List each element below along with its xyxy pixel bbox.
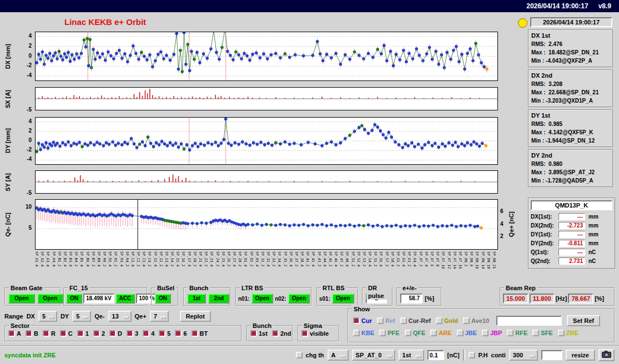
bunch-checkbox-2nd[interactable]	[272, 330, 279, 337]
sector-frame: Sector ABRC12D3456BT	[4, 325, 242, 342]
sector-item-3: 3	[127, 330, 138, 337]
sector-checkbox-5[interactable]	[159, 330, 165, 337]
qmd-row-value: ---	[558, 213, 585, 220]
sector-label-r: R	[51, 330, 56, 337]
show-checkbox-rfe[interactable]	[507, 330, 514, 336]
sector-item-bt: BT	[192, 330, 208, 337]
show-checkbox-jbe[interactable]	[457, 330, 464, 336]
x-axis-label: SP_D3_4	[255, 251, 259, 266]
epe-frame-label: e+/e-	[401, 284, 418, 292]
bunch-1st-button[interactable]: 1st	[187, 294, 206, 304]
x-axis-label: SP_DN_18	[486, 251, 491, 269]
set-ref-input[interactable]	[496, 316, 562, 326]
range-dropdown-qe[interactable]: 13	[108, 311, 132, 322]
show-checkbox-cur[interactable]	[353, 317, 360, 324]
ltr-bs-n02-button[interactable]: Open	[288, 294, 310, 304]
show-checkbox-kbe[interactable]	[353, 330, 360, 336]
show-item-gold: Gold	[436, 317, 458, 324]
stat-box-dy-2nd: DY 2ndRMS: 0.980Max : 3.895@SP_AT_J2Min …	[528, 149, 613, 187]
sector-checkbox-r[interactable]	[43, 330, 49, 337]
beam-gate-open-button-1[interactable]: Open	[8, 294, 35, 304]
x-axis-label: SP_46_4	[334, 251, 338, 266]
monitor-select-dropdown[interactable]: SP_AT_0	[352, 350, 395, 361]
show-label-kbe: KBE	[361, 330, 374, 336]
show-checkbox-ave10[interactable]	[463, 317, 470, 324]
ltr-bs-n01-button[interactable]: Open	[251, 294, 274, 304]
threshold-input[interactable]	[427, 350, 444, 360]
sector-checkbox-a[interactable]	[8, 330, 15, 337]
qmd-row: Q(2nd):2.731nC	[531, 257, 612, 265]
resize-button[interactable]: resize	[566, 350, 595, 361]
qe-right-tick-label: 4	[500, 221, 509, 227]
x-axis-label: SP_AT_10	[441, 251, 445, 269]
bunch2-frame: Bunch 1st2nd	[246, 325, 293, 342]
x-axis-label: SP_42_4	[311, 251, 315, 266]
sector-checkbox-6[interactable]	[175, 330, 182, 337]
show-checkbox-jbp[interactable]	[482, 330, 489, 336]
sector-select-dropdown[interactable]: A	[328, 350, 349, 361]
bunch-frame: Bunch 1st2nd	[183, 287, 231, 306]
sector-checkbox-4[interactable]	[143, 330, 149, 337]
titlebar-datetime: 2026/04/14 19:00:17	[526, 2, 588, 10]
sigma-checkbox-visible[interactable]	[301, 330, 308, 337]
show-checkbox-sfe[interactable]	[532, 330, 539, 336]
show-item-jbp: JBP	[482, 330, 502, 336]
show-item-cur: Cur	[353, 317, 372, 324]
epe-frame: e+/e- 58.7 [%]	[396, 287, 442, 306]
sector-checkbox-3[interactable]	[127, 330, 133, 337]
show-label-ave10: Ave10	[471, 317, 489, 324]
separator	[463, 350, 465, 361]
show-label-sfe: SFE	[541, 330, 552, 336]
bunch-checkbox-1st[interactable]	[250, 330, 257, 337]
ph-checkbox[interactable]	[469, 352, 475, 358]
blank-input[interactable]	[541, 350, 562, 360]
x-axis-label: SP_B8_4	[97, 251, 101, 266]
sector-checkbox-bt[interactable]	[192, 330, 198, 337]
dy-tick-label: 4	[17, 118, 32, 124]
sector-item-d: D	[109, 330, 122, 337]
bunch-select-dropdown[interactable]: 1st	[399, 350, 424, 361]
range-dropdown-dy[interactable]: 5	[72, 311, 91, 322]
show-checkbox-ref[interactable]	[377, 317, 384, 324]
x-axis-label: SP_53_2	[362, 251, 366, 266]
show-checkbox-cur-ref[interactable]	[400, 317, 407, 324]
rtl-bs-s01-button[interactable]: Open	[332, 294, 354, 304]
conti-label[interactable]: conti	[491, 352, 506, 358]
show-checkbox-qfe[interactable]	[405, 330, 411, 336]
beam-rep-pct-label: [%]	[595, 295, 604, 302]
x-axis-label: SP_A3_4	[46, 251, 50, 266]
sigma-frame: Sigma visible	[298, 325, 340, 342]
interval-dropdown[interactable]: 300	[509, 350, 538, 361]
range-dropdown-qe[interactable]: 7	[150, 311, 169, 322]
x-axis-label: SP_38_4	[300, 251, 304, 266]
qmd-rows: DX(1st):---mmDX(2nd):-2.723mmDY(1st):---…	[531, 213, 612, 265]
sector-checkbox-2[interactable]	[93, 330, 100, 337]
fc15-on-button[interactable]: ON	[66, 294, 82, 304]
sector-checkbox-c[interactable]	[60, 330, 67, 337]
beam-gate-open-button-2[interactable]: Open	[37, 294, 64, 304]
replot-button[interactable]: Replot	[180, 311, 211, 322]
qmd-row-label: Q(2nd):	[531, 258, 558, 264]
set-ref-button[interactable]: Set Ref	[567, 315, 600, 326]
bunch-2nd-button[interactable]: 2nd	[208, 294, 229, 304]
show-checkbox-gold[interactable]	[436, 317, 442, 324]
show-checkbox-pfe[interactable]	[379, 330, 386, 336]
show-checkbox-are[interactable]	[430, 330, 437, 336]
chg-th-checkbox[interactable]	[296, 352, 303, 358]
camera-button[interactable]	[598, 349, 615, 361]
dx-tick-label: -2	[17, 62, 32, 68]
range-dropdown-dx[interactable]: 5	[38, 311, 57, 322]
ltr-bs-name: n01:	[238, 296, 250, 302]
stat-line: RMS: 3.208	[531, 80, 610, 88]
sector-checkbox-d[interactable]	[109, 330, 116, 337]
beam-rep-value-2: 11.800	[530, 294, 555, 304]
sector-checkbox-1[interactable]	[77, 330, 84, 337]
fc15-kv-value: 18.498 kV	[83, 294, 114, 304]
sector-checkbox-b[interactable]	[26, 330, 32, 337]
chg-th-label: chg th	[306, 352, 324, 358]
sector-label-1: 1	[85, 330, 89, 337]
busel-on-button[interactable]: ON	[155, 294, 171, 304]
show-checkbox-zre[interactable]	[558, 330, 565, 336]
range-label: Range	[4, 313, 23, 320]
fc15-acc-button[interactable]: ACC	[115, 294, 135, 304]
